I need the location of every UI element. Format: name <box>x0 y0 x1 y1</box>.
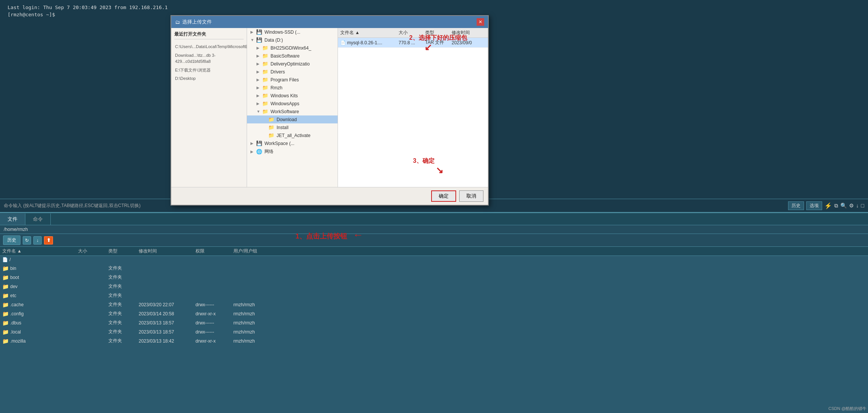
tree-item-windowskits[interactable]: ▶📁Windows Kits <box>247 92 338 100</box>
tree-item-jet_all_activate[interactable]: 📁JET_all_Activate <box>247 131 338 139</box>
row-name: 📁 etc <box>2 293 78 299</box>
history-button-files[interactable]: 历史 <box>3 235 20 245</box>
file-list-row[interactable]: 📁 .dbus文件夹2023/03/13 18:57drwx------rmzh… <box>0 318 868 327</box>
row-type: 文件夹 <box>108 310 139 317</box>
tree-item-windowsapps[interactable]: ▶📁WindowsApps <box>247 100 338 108</box>
row-name: 📁 .cache <box>2 302 78 308</box>
file-list-row[interactable]: 📁 dev文件夹 <box>0 282 868 291</box>
row-name: 📁 .mozilla <box>2 338 78 344</box>
file-list-row[interactable]: 📁 .cache文件夹2023/03/20 22:07drwx------rmz… <box>0 300 868 309</box>
tree-expand-icon: ▶ <box>256 46 261 50</box>
tree-item-rmzh[interactable]: ▶📁Rmzh <box>247 84 338 92</box>
file-icon: 📄 <box>2 257 8 262</box>
dialog-file-panel: 文件名 ▲ 大小 类型 修改时间 📄 mysql-8.0.26-1....770… <box>338 28 488 187</box>
file-list-row[interactable]: 📁 .config文件夹2023/03/14 20:58drwxr-xr-xrm… <box>0 309 868 318</box>
tree-expand-icon: ▶ <box>256 62 261 66</box>
dialog-recent-panel: 最近打开文件夹 C:\Users\...Data\Local\Temp\Micr… <box>171 28 247 187</box>
tree-item-workspace(...[interactable]: ▶💾WorkSpace (... <box>247 139 338 147</box>
tree-expand-icon: ▶ <box>256 101 261 106</box>
tree-item-basicsoftware[interactable]: ▶📁BasicSoftware <box>247 52 338 60</box>
tab-files[interactable]: 文件 <box>0 214 25 225</box>
tree-label: BH225iGDIWinx64_ <box>271 45 311 51</box>
dialog-close-button[interactable]: ✕ <box>477 18 484 26</box>
tree-item-download[interactable]: 📁Download <box>247 115 338 123</box>
folder-icon: 📁 <box>262 45 268 51</box>
file-list-row[interactable]: 📁 .mozilla文件夹2023/03/13 18:42drwxr-xr-xr… <box>0 337 868 346</box>
tab-commands[interactable]: 命令 <box>25 214 51 225</box>
folder-icon: 📁 <box>2 320 9 326</box>
refresh-icon[interactable]: ↻ <box>23 236 31 245</box>
tree-item-bh225igdiwinx64_[interactable]: ▶📁BH225iGDIWinx64_ <box>247 44 338 52</box>
recent-item[interactable]: Download...\ttz...db 3-429...c0d1bfd5f8a… <box>174 51 244 66</box>
tree-label: Download <box>277 117 297 122</box>
dialog-cancel-button[interactable]: 取消 <box>459 190 483 202</box>
row-user: rmzh/rmzh <box>233 338 279 344</box>
copy-icon[interactable]: ⧉ <box>834 203 838 209</box>
row-type: 文件夹 <box>108 283 139 290</box>
row-perm: drwx------ <box>195 320 233 326</box>
tree-item-drivers[interactable]: ▶📁Drivers <box>247 68 338 76</box>
col-header-name: 文件名 ▲ <box>2 248 78 254</box>
row-name: 📁 .dbus <box>2 320 78 326</box>
row-mtime: 2023/03/20 22:07 <box>139 302 195 307</box>
file-type: TAR 文件 <box>425 39 452 46</box>
row-name: 📁 bin <box>2 265 78 271</box>
col-header-perm: 权限 <box>195 248 233 254</box>
tree-item-windows-ssd(...[interactable]: ▶💾Windows-SSD (... <box>247 28 338 36</box>
row-perm: drwxr-xr-x <box>195 311 233 316</box>
col-header-user: 用户/用户组 <box>233 248 279 254</box>
search-icon-top[interactable]: 🔍 <box>840 203 847 209</box>
dialog-ok-button[interactable]: 确定 <box>431 190 456 202</box>
tree-expand-icon: ▶ <box>256 78 261 82</box>
download-icon[interactable]: ↓ <box>856 203 859 209</box>
col-header-mtime: 修改时间 <box>139 248 195 254</box>
tree-item-worksoftware[interactable]: ▼📁WorkSoftware <box>247 108 338 115</box>
folder-icon: 📁 <box>268 132 274 138</box>
upload-button[interactable]: ⬆ <box>44 236 53 245</box>
dialog-col-size: 大小 <box>399 30 425 36</box>
tree-item-install[interactable]: 📁Install <box>247 123 338 131</box>
folder-icon: 💾 <box>256 140 262 146</box>
file-list-row[interactable]: 📁 boot文件夹 <box>0 273 868 282</box>
row-type: 文件夹 <box>108 319 139 326</box>
row-user: rmzh/rmzh <box>233 302 279 307</box>
file-list-row[interactable]: 📁 .local文件夹2023/03/13 18:57drwx------rmz… <box>0 327 868 337</box>
maximize-icon[interactable]: □ <box>861 203 864 209</box>
row-mtime: 2023/03/14 20:58 <box>139 311 195 316</box>
row-type: 文件夹 <box>108 274 139 281</box>
tree-label: Windows Kits <box>271 93 298 98</box>
dialog-title-left: 🗂 选择上传文件 <box>175 19 212 25</box>
settings-icon[interactable]: ⚙ <box>849 203 854 209</box>
tree-item-deliveryoptimizatio[interactable]: ▶📁DeliveryOptimizatio <box>247 60 338 68</box>
row-name: 📁 boot <box>2 274 78 281</box>
tree-label: WindowsApps <box>271 101 299 106</box>
folder-icon: 📁 <box>268 117 274 122</box>
tree-label: Program Files <box>271 77 299 83</box>
file-list-row[interactable]: 📁 etc文件夹 <box>0 291 868 300</box>
tree-item-programfiles[interactable]: ▶📁Program Files <box>247 76 338 84</box>
tree-expand-icon: ▶ <box>250 150 255 154</box>
folder-icon: 📁 <box>2 329 9 335</box>
dialog-col-type: 类型 <box>425 30 452 36</box>
file-panel: 文件 命令 /home/rmzh 历史 ↻ ↓ ⬆ 文件名 ▲ 大小 类型 修改… <box>0 212 868 413</box>
row-user: rmzh/rmzh <box>233 329 279 335</box>
options-button[interactable]: 选项 <box>806 201 822 210</box>
tree-expand-icon: ▶ <box>256 54 261 58</box>
recent-item[interactable]: E:\下载文件\浏览器 <box>174 66 244 75</box>
folder-icon: 📁 <box>2 293 9 299</box>
tree-item-网络[interactable]: ▶🌐网络 <box>247 147 338 156</box>
row-type: 文件夹 <box>108 338 139 344</box>
tree-expand-icon: ▼ <box>250 38 255 42</box>
dialog-file-row[interactable]: 📄 mysql-8.0.26-1....770.8 ...TAR 文件2023/… <box>338 38 488 48</box>
recent-item[interactable]: D:\Desktop <box>174 74 244 83</box>
dialog-titlebar: 🗂 选择上传文件 ✕ <box>171 16 488 28</box>
recent-item[interactable]: C:\Users\...Data\Local\Temp\MicrosoftEdg… <box>174 42 244 51</box>
history-button-top[interactable]: 历史 <box>788 201 804 210</box>
download-file-icon[interactable]: ↓ <box>33 236 42 245</box>
file-list-row[interactable]: 📁 bin文件夹 <box>0 264 868 273</box>
tree-expand-icon: ▼ <box>256 109 261 114</box>
folder-icon: 📁 <box>262 85 268 90</box>
file-list-row[interactable]: 📄 / <box>0 256 868 264</box>
row-mtime: 2023/03/13 18:57 <box>139 320 195 326</box>
tree-item-data(d:)[interactable]: ▼💾Data (D:) <box>247 36 338 44</box>
